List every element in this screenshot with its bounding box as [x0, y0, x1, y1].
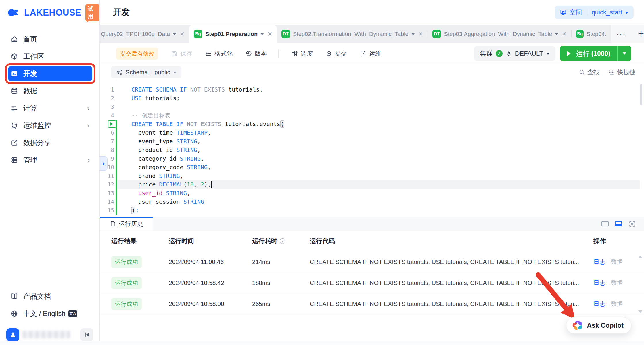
- code-line: 1CREATE SCHEMA IF NOT EXISTS tutorials;: [100, 85, 644, 94]
- sidebar-item-develop[interactable]: 开发: [8, 66, 92, 81]
- chevron-down-icon[interactable]: [173, 33, 176, 37]
- run-duration: 265ms: [252, 300, 310, 307]
- modified-after-submit-badge: 提交后有修改: [116, 48, 158, 60]
- data-link[interactable]: 数据: [611, 279, 623, 287]
- share-export-icon: [11, 139, 18, 146]
- save-button[interactable]: 保存: [171, 49, 192, 58]
- globe-icon: [11, 310, 18, 317]
- language-switch[interactable]: 中文 / English 文A: [0, 305, 99, 322]
- editor-tabbar: Query02_TPCH100g_Data ✕ Sq Step01.Prepar…: [100, 25, 644, 43]
- run-statement-button[interactable]: [108, 120, 116, 128]
- sidebar-item-compute[interactable]: 计算 ›: [0, 100, 99, 117]
- close-icon[interactable]: ✕: [562, 31, 567, 37]
- tab-step04[interactable]: Sq Step04.: [572, 25, 611, 43]
- log-link[interactable]: 日志: [593, 258, 605, 266]
- divider: [151, 69, 151, 75]
- close-icon[interactable]: ✕: [267, 31, 272, 37]
- history-row[interactable]: 运行成功 2024/09/04 10:58:00 265ms CREATE SC…: [100, 293, 644, 314]
- sidebar-item-workspace[interactable]: 工作区: [0, 48, 99, 65]
- close-icon[interactable]: ✕: [180, 31, 185, 37]
- left-panel-expander[interactable]: ›: [100, 156, 108, 171]
- schema-selector[interactable]: Schema public: [111, 66, 181, 78]
- data-link[interactable]: 数据: [611, 300, 623, 308]
- sidebar-item-data-share[interactable]: 数据分享: [0, 134, 99, 151]
- trial-badge: 试用: [85, 4, 99, 21]
- run-button[interactable]: 运行 (1000): [560, 46, 631, 61]
- panel-tab-label: 运行历史: [119, 220, 143, 228]
- sidebar-item-ops-monitor[interactable]: 运维监控 ›: [0, 117, 99, 134]
- tab-step02-transformation[interactable]: DT Step02.Transformation_With_Dynamic_Ta…: [277, 25, 428, 43]
- branch-icon: [116, 69, 122, 75]
- ops-button[interactable]: 运维: [360, 49, 381, 58]
- col-actions: 操作: [593, 237, 644, 245]
- document-gear-icon: [360, 50, 367, 57]
- chevron-right-icon: ›: [87, 104, 90, 112]
- editor-toolbar: 提交后有修改 保存 格式化 版本 调度 提交: [100, 43, 644, 64]
- code-line: CREATE TABLE IF NOT EXISTS tutorials.eve…: [100, 120, 644, 128]
- cluster-selector[interactable]: 集群 ✓ DEFAULT: [474, 46, 555, 61]
- lakehouse-app: LAKEHOUSE 试用 首页 工作区 开发: [0, 0, 644, 345]
- tab-run-history[interactable]: 运行历史: [100, 217, 153, 231]
- run-options-button[interactable]: [618, 51, 631, 56]
- list-lines-icon: [11, 104, 18, 112]
- sidebar-item-data[interactable]: 数据: [0, 82, 99, 100]
- sidebar-item-label: 数据: [23, 86, 37, 96]
- info-icon[interactable]: i: [280, 238, 285, 244]
- sidebar-item-label: 管理: [23, 155, 37, 165]
- workspace-icon: [560, 9, 567, 16]
- layout-normal-icon[interactable]: [601, 221, 609, 226]
- tab-step01-preparation[interactable]: Sq Step01.Preparation ✕: [189, 25, 277, 43]
- workspace-selector[interactable]: 空间 quick_start: [555, 6, 634, 19]
- sql-editor[interactable]: › 1CREATE SCHEMA IF NOT EXISTS tutorials…: [100, 80, 644, 217]
- format-button[interactable]: 格式化: [205, 49, 233, 58]
- tab-label: Step03.Aggregation_With_Dynamic_Table: [444, 31, 552, 37]
- sidebar-item-admin[interactable]: 管理 ›: [0, 151, 99, 169]
- divider: [587, 9, 587, 16]
- history-row[interactable]: 运行成功 2024/09/04 11:00:46 214ms CREATE SC…: [100, 251, 644, 272]
- run-code: CREATE SCHEMA IF NOT EXISTS tutorials; U…: [310, 300, 593, 307]
- translate-icon: 文A: [68, 310, 77, 317]
- scroll-down-arrow[interactable]: [638, 310, 642, 315]
- sidebar-item-label: 首页: [23, 35, 37, 44]
- find-button[interactable]: 查找: [579, 68, 599, 76]
- code-line: 2USE tutorials;: [100, 94, 644, 102]
- add-tab-button[interactable]: +: [638, 27, 644, 39]
- scroll-up-arrow[interactable]: [638, 253, 642, 258]
- schedule-button[interactable]: 调度: [291, 49, 313, 58]
- history-row[interactable]: 运行成功 2024/09/04 10:58:42 188ms CREATE SC…: [100, 272, 644, 293]
- sidebar-item-label: 开发: [23, 69, 37, 78]
- copilot-icon: [572, 320, 583, 331]
- logo[interactable]: LAKEHOUSE 试用: [0, 0, 99, 25]
- code-line: 8 product_id STRING,: [100, 146, 644, 154]
- code-area[interactable]: 1CREATE SCHEMA IF NOT EXISTS tutorials; …: [100, 80, 644, 217]
- log-link[interactable]: 日志: [593, 300, 605, 308]
- log-link[interactable]: 日志: [593, 279, 605, 287]
- version-button[interactable]: 版本: [245, 49, 267, 58]
- tab-step03-aggregation[interactable]: DT Step03.Aggregation_With_Dynamic_Table…: [428, 25, 571, 43]
- chevron-down-icon[interactable]: [555, 33, 558, 37]
- chevron-down-icon[interactable]: [411, 33, 415, 37]
- chevron-right-icon: ›: [102, 159, 105, 167]
- status-badge: 运行成功: [111, 256, 142, 268]
- user-avatar[interactable]: [6, 328, 19, 341]
- run-time: 2024/09/04 11:00:46: [169, 258, 252, 265]
- layout-split-bottom-icon[interactable]: [615, 221, 622, 226]
- run-code: CREATE SCHEMA IF NOT EXISTS tutorials; U…: [310, 279, 593, 286]
- ask-copilot-button[interactable]: Ask Copilot: [566, 317, 631, 334]
- workspace-value: quick_start: [592, 9, 622, 16]
- submit-button[interactable]: 提交: [325, 49, 347, 58]
- more-tabs-button[interactable]: ···: [616, 29, 626, 39]
- chevron-down-icon[interactable]: [260, 33, 264, 37]
- close-icon[interactable]: ✕: [418, 31, 423, 37]
- run-duration: 214ms: [252, 258, 310, 265]
- sidebar-item-home[interactable]: 首页: [0, 31, 99, 48]
- tab-query02[interactable]: Query02_TPCH100g_Data ✕: [100, 25, 189, 43]
- check-circle-icon: ✓: [496, 50, 503, 57]
- product-docs-link[interactable]: 产品文档: [0, 288, 99, 305]
- history-icon: [245, 50, 252, 57]
- sidebar-collapse-button[interactable]: [80, 328, 93, 341]
- sidebar-nav: 首页 工作区 开发 数据: [0, 31, 99, 169]
- shortcuts-button[interactable]: 快捷键: [608, 68, 635, 76]
- data-link[interactable]: 数据: [611, 258, 623, 266]
- fullscreen-icon[interactable]: [628, 220, 636, 228]
